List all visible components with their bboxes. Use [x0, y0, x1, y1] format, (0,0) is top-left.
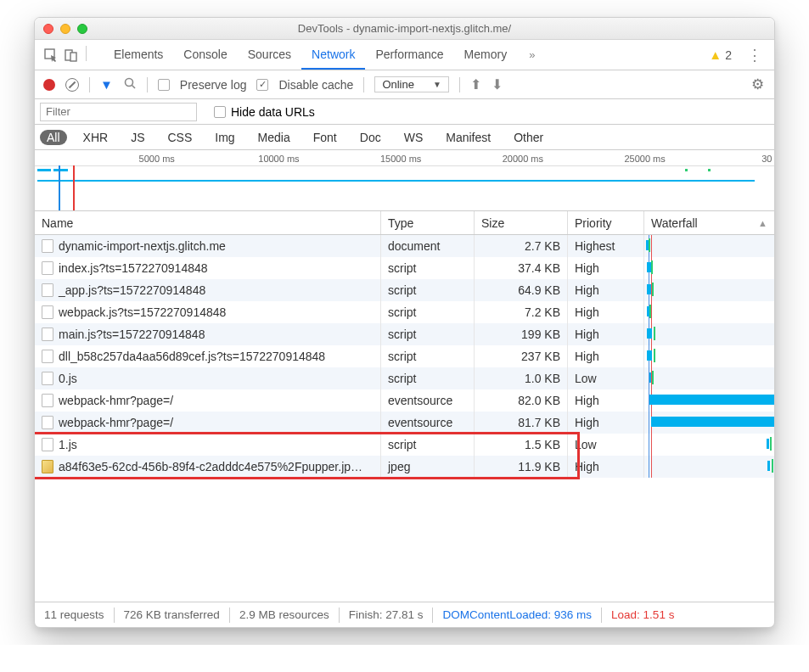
type-filter-doc[interactable]: Doc	[353, 130, 388, 145]
type-filter-media[interactable]: Media	[251, 130, 297, 145]
type-filter-all[interactable]: All	[40, 130, 67, 145]
timeline-activity	[35, 169, 774, 177]
status-transferred: 726 KB transferred	[115, 608, 229, 621]
svg-line-4	[132, 86, 135, 89]
inspect-element-icon[interactable]	[42, 46, 60, 64]
request-name: webpack-hmr?page=/	[59, 416, 173, 429]
table-row[interactable]: dynamic-import-nextjs.glitch.medocument2…	[35, 235, 774, 257]
column-header-priority[interactable]: Priority	[568, 211, 644, 234]
network-settings-icon[interactable]: ⚙	[751, 76, 766, 93]
request-type: jpeg	[381, 456, 475, 478]
type-filter-css[interactable]: CSS	[160, 130, 199, 145]
type-filter-manifest[interactable]: Manifest	[439, 130, 497, 145]
column-header-name[interactable]: Name	[35, 211, 381, 234]
waterfall-cell	[644, 323, 774, 345]
table-row[interactable]: _app.js?ts=1572270914848script64.9 KBHig…	[35, 279, 774, 301]
table-row[interactable]: webpack-hmr?page=/eventsource82.0 KBHigh	[35, 389, 774, 412]
waterfall-cell	[644, 367, 774, 389]
status-requests: 11 requests	[35, 608, 114, 621]
svg-point-3	[125, 79, 132, 87]
type-filter-img[interactable]: Img	[208, 130, 241, 145]
document-file-icon	[42, 283, 53, 297]
request-priority: Low	[568, 434, 644, 456]
table-row[interactable]: webpack-hmr?page=/eventsource81.7 KBHigh	[35, 412, 774, 434]
chevron-down-icon: ▼	[433, 80, 441, 89]
search-icon[interactable]	[123, 76, 137, 92]
overview-timeline[interactable]: 5000 ms10000 ms15000 ms20000 ms25000 ms3…	[35, 150, 774, 211]
disable-cache-checkbox[interactable]	[256, 79, 268, 91]
table-row[interactable]: dll_b58c257da4aa56d89cef.js?ts=157227091…	[35, 345, 774, 367]
import-har-icon[interactable]: ⬆	[470, 76, 481, 92]
tab-network[interactable]: Network	[301, 41, 365, 70]
table-row[interactable]: 1.jsscript1.5 KBLow	[35, 434, 774, 456]
warning-count: 2	[725, 48, 732, 62]
more-tabs-button[interactable]: »	[522, 48, 542, 61]
document-file-icon	[42, 305, 53, 319]
hide-data-urls-checkbox[interactable]	[214, 106, 226, 118]
request-name: _app.js?ts=1572270914848	[59, 283, 205, 297]
disable-cache-label: Disable cache	[278, 78, 353, 92]
tab-console[interactable]: Console	[173, 41, 237, 70]
image-file-icon	[42, 460, 53, 473]
type-filter-ws[interactable]: WS	[397, 130, 430, 145]
preserve-log-checkbox[interactable]	[158, 79, 170, 91]
request-priority: High	[568, 456, 644, 478]
request-size: 81.7 KB	[475, 412, 568, 434]
request-priority: High	[568, 279, 644, 301]
filter-input[interactable]	[40, 103, 197, 121]
document-file-icon	[42, 372, 53, 385]
clear-button[interactable]	[65, 78, 79, 92]
request-type: script	[381, 345, 475, 367]
throttling-select[interactable]: Online ▼	[374, 76, 448, 92]
request-priority: Highest	[568, 235, 644, 257]
request-type: script	[381, 257, 475, 279]
preserve-log-label: Preserve log	[180, 78, 247, 92]
hide-data-urls-label: Hide data URLs	[231, 105, 315, 119]
warnings-indicator[interactable]: ▲ 2	[709, 48, 732, 62]
waterfall-cell	[644, 235, 774, 257]
timeline-tick: 15000 ms	[380, 154, 421, 164]
request-size: 64.9 KB	[475, 279, 568, 301]
request-priority: High	[568, 345, 644, 367]
window-title: DevTools - dynamic-import-nextjs.glitch.…	[35, 22, 774, 35]
network-toolbar: ▼ Preserve log Disable cache Online ▼ ⬆ …	[35, 70, 774, 99]
status-finish: Finish: 27.81 s	[340, 608, 433, 621]
request-type: script	[381, 434, 475, 456]
waterfall-cell	[644, 279, 774, 301]
separator	[86, 46, 87, 61]
waterfall-cell	[644, 456, 774, 478]
column-header-size[interactable]: Size	[475, 211, 568, 234]
table-row[interactable]: 0.jsscript1.0 KBLow	[35, 367, 774, 389]
table-body[interactable]: dynamic-import-nextjs.glitch.medocument2…	[35, 235, 774, 602]
request-type: document	[381, 235, 475, 257]
column-header-type[interactable]: Type	[381, 211, 475, 234]
request-name: 0.js	[59, 372, 77, 385]
document-file-icon	[42, 239, 53, 253]
column-header-waterfall[interactable]: Waterfall▲	[644, 211, 774, 234]
filter-toggle-icon[interactable]: ▼	[100, 77, 113, 92]
tab-elements[interactable]: Elements	[104, 41, 173, 70]
type-filter-font[interactable]: Font	[306, 130, 344, 145]
table-row[interactable]: index.js?ts=1572270914848script37.4 KBHi…	[35, 257, 774, 279]
settings-menu-button[interactable]: ⋮	[737, 46, 767, 64]
document-file-icon	[42, 350, 53, 363]
table-row[interactable]: a84f63e5-62cd-456b-89f4-c2adddc4e575%2Fp…	[35, 456, 774, 478]
tab-memory[interactable]: Memory	[454, 41, 518, 70]
export-har-icon[interactable]: ⬇	[492, 76, 503, 92]
request-name: webpack-hmr?page=/	[59, 394, 173, 407]
tab-sources[interactable]: Sources	[238, 41, 301, 70]
request-type: script	[381, 279, 475, 301]
type-filter-js[interactable]: JS	[124, 130, 151, 145]
waterfall-cell	[644, 345, 774, 367]
type-filter-other[interactable]: Other	[507, 130, 550, 145]
tab-performance[interactable]: Performance	[365, 41, 453, 70]
request-size: 7.2 KB	[475, 301, 568, 323]
titlebar: DevTools - dynamic-import-nextjs.glitch.…	[35, 18, 774, 40]
table-row[interactable]: main.js?ts=1572270914848script199 KBHigh	[35, 323, 774, 345]
document-file-icon	[42, 416, 53, 429]
device-toggle-icon[interactable]	[62, 46, 81, 64]
type-filter-xhr[interactable]: XHR	[76, 130, 115, 145]
record-button[interactable]	[43, 79, 55, 91]
table-row[interactable]: webpack.js?ts=1572270914848script7.2 KBH…	[35, 301, 774, 323]
request-priority: High	[568, 301, 644, 323]
